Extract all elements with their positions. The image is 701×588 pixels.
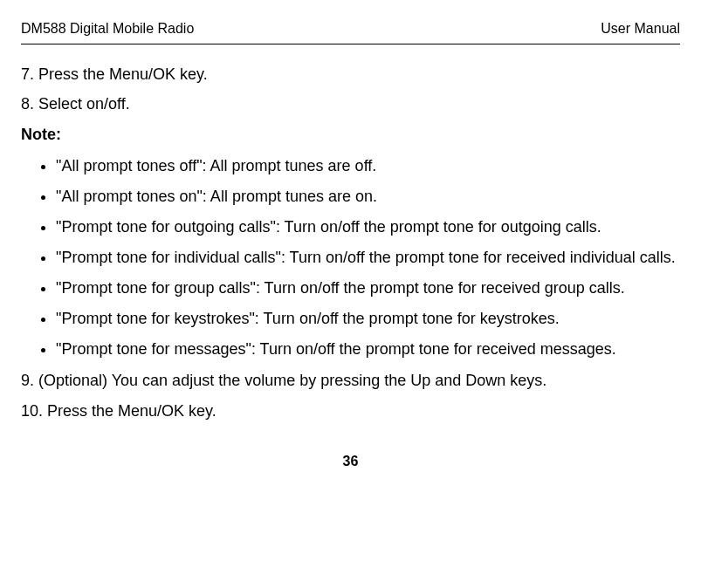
page-header: DM588 Digital Mobile Radio User Manual <box>21 17 680 44</box>
header-left: DM588 Digital Mobile Radio <box>21 17 194 40</box>
step-7: 7. Press the Menu/OK key. <box>21 62 680 87</box>
list-item: "All prompt tones on": All prompt tunes … <box>56 185 680 209</box>
list-item: "Prompt tone for outgoing calls": Turn o… <box>56 215 680 239</box>
list-item: "All prompt tones off": All prompt tunes… <box>56 154 680 178</box>
notes-list: "All prompt tones off": All prompt tunes… <box>21 154 680 361</box>
list-item: "Prompt tone for messages": Turn on/off … <box>56 338 680 361</box>
page-number: 36 <box>21 450 680 473</box>
list-item: "Prompt tone for group calls": Turn on/o… <box>56 277 680 300</box>
list-item: "Prompt tone for individual calls": Turn… <box>56 246 680 270</box>
step-8: 8. Select on/off. <box>21 92 680 117</box>
step-9: 9. (Optional) You can adjust the volume … <box>21 368 680 393</box>
note-label: Note: <box>21 122 680 147</box>
header-right: User Manual <box>601 17 680 40</box>
step-10: 10. Press the Menu/OK key. <box>21 399 680 424</box>
list-item: "Prompt tone for keystrokes": Turn on/of… <box>56 307 680 331</box>
